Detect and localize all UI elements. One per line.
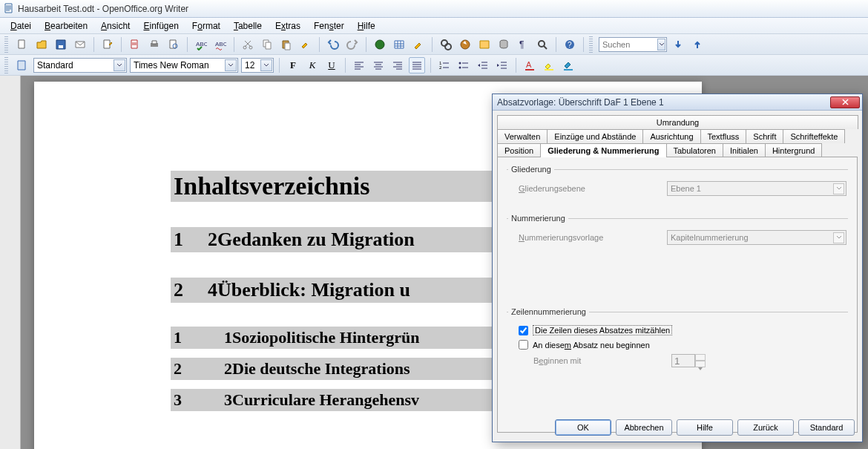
- search-input[interactable]: [599, 37, 667, 52]
- align-right-button[interactable]: [389, 57, 406, 73]
- menu-extras[interactable]: Extras: [269, 19, 306, 33]
- nummerierungsvorlage-label: Nummerierungsvorlage: [519, 233, 667, 242]
- save-button[interactable]: [53, 36, 69, 53]
- font-color-button[interactable]: A: [522, 57, 538, 73]
- tab-hintergrund[interactable]: Hintergrund: [765, 143, 822, 157]
- navigator-button[interactable]: [457, 36, 473, 53]
- toolbar-grip[interactable]: [4, 57, 8, 73]
- toolbar-grip[interactable]: [589, 36, 593, 53]
- menu-einfuegen[interactable]: Einfügen: [137, 19, 184, 33]
- open-button[interactable]: [33, 36, 50, 53]
- dialog-title: Absatzvorlage: Überschrift DaF 1 Ebene 1: [497, 97, 664, 108]
- help-button[interactable]: Hilfe: [677, 419, 733, 436]
- underline-button[interactable]: U: [323, 57, 340, 73]
- svg-rect-24: [480, 41, 489, 48]
- undo-button[interactable]: [325, 36, 341, 53]
- redo-button[interactable]: [344, 36, 361, 53]
- count-lines-checkbox[interactable]: [519, 326, 528, 335]
- paragraph-style-combo[interactable]: Standard: [33, 58, 127, 73]
- decrease-indent-button[interactable]: [475, 57, 491, 73]
- svg-rect-20: [395, 41, 404, 48]
- find-button[interactable]: [438, 36, 454, 53]
- menu-datei[interactable]: Datei: [4, 19, 37, 33]
- tab-schrifteffekte[interactable]: Schrifteffekte: [783, 129, 845, 143]
- close-button[interactable]: [830, 96, 860, 108]
- tab-ausrichtung[interactable]: Ausrichtung: [642, 129, 700, 143]
- menu-ansicht[interactable]: Ansicht: [95, 19, 136, 33]
- gallery-button[interactable]: [476, 36, 493, 53]
- background-color-button[interactable]: [560, 57, 576, 73]
- search-up-button[interactable]: [689, 36, 706, 53]
- increase-indent-button[interactable]: [494, 57, 510, 73]
- menu-format[interactable]: Format: [186, 19, 226, 33]
- search-down-button[interactable]: [670, 36, 686, 53]
- spinner-down[interactable]: [695, 361, 706, 367]
- menu-bearbeiten[interactable]: Bearbeiten: [39, 19, 93, 33]
- menu-tabelle[interactable]: Tabelle: [228, 19, 268, 33]
- chevron-down-icon[interactable]: [225, 59, 237, 71]
- format-paintbrush-button[interactable]: [297, 36, 314, 53]
- begin-with-spinner[interactable]: [671, 354, 706, 367]
- help-button[interactable]: ?: [562, 36, 578, 53]
- menu-fenster[interactable]: Fenster: [308, 19, 350, 33]
- chevron-down-icon[interactable]: [114, 59, 125, 71]
- show-draw-button[interactable]: [410, 36, 427, 53]
- print-preview-button[interactable]: [165, 36, 182, 53]
- spinner-up[interactable]: [695, 354, 706, 361]
- tab-gliederung-nummerierung[interactable]: Gliederung & Nummerierung: [540, 143, 666, 157]
- edit-doc-button[interactable]: [99, 36, 116, 53]
- svg-point-34: [459, 66, 461, 68]
- toolbar-grip[interactable]: [4, 36, 8, 53]
- styles-button[interactable]: [14, 57, 30, 73]
- align-justify-button[interactable]: [409, 57, 425, 73]
- print-button[interactable]: [146, 36, 162, 53]
- toolbar-formatting: Standard Times New Roman 12 F K U 12 A: [0, 55, 868, 76]
- group-nummerierung-legend: Nummerierung: [508, 214, 568, 223]
- chevron-down-icon[interactable]: [260, 59, 272, 71]
- highlight-button[interactable]: [541, 57, 557, 73]
- ok-button[interactable]: OK: [555, 419, 611, 436]
- align-center-button[interactable]: [370, 57, 387, 73]
- auto-spellcheck-button[interactable]: ABC: [212, 36, 228, 53]
- table-button[interactable]: [391, 36, 407, 53]
- svg-rect-18: [285, 43, 290, 50]
- count-lines-label: Die Zeilen dieses Absatzes mitzählen: [533, 325, 672, 335]
- tab-verwalten[interactable]: Verwalten: [497, 129, 548, 143]
- nonprinting-button[interactable]: ¶: [515, 36, 531, 53]
- tab-textfluss[interactable]: Textfluss: [700, 129, 747, 143]
- tab-tabulatoren[interactable]: Tabulatoren: [666, 143, 724, 157]
- export-pdf-button[interactable]: [127, 36, 143, 53]
- font-size-combo[interactable]: 12: [241, 58, 274, 73]
- align-left-button[interactable]: [351, 57, 367, 73]
- tab-umrandung[interactable]: Umrandung: [497, 115, 858, 129]
- paragraph-style-dialog: Absatzvorlage: Überschrift DaF 1 Ebene 1…: [492, 94, 863, 442]
- tab-einzuege[interactable]: Einzüge und Abstände: [547, 129, 643, 143]
- gliederungsebene-select[interactable]: Ebene 1: [667, 181, 846, 196]
- chevron-down-icon[interactable]: [657, 39, 665, 50]
- paste-button[interactable]: [278, 36, 295, 53]
- bold-button[interactable]: F: [285, 57, 301, 73]
- menu-hilfe[interactable]: Hilfe: [352, 19, 381, 33]
- email-button[interactable]: [72, 36, 88, 53]
- back-button[interactable]: Zurück: [737, 419, 794, 436]
- tab-initialen[interactable]: Initialen: [723, 143, 766, 157]
- nummerierungsvorlage-select[interactable]: Kapitelnummerierung: [667, 230, 846, 245]
- svg-point-27: [539, 41, 545, 47]
- svg-point-21: [441, 40, 447, 46]
- zoom-button[interactable]: [534, 36, 550, 53]
- cancel-button[interactable]: Abbrechen: [616, 419, 672, 436]
- restart-at-paragraph-checkbox[interactable]: [519, 340, 528, 350]
- cut-button[interactable]: [240, 36, 256, 53]
- italic-button[interactable]: K: [304, 57, 320, 73]
- tab-schrift[interactable]: Schrift: [746, 129, 783, 143]
- datasources-button[interactable]: [496, 36, 512, 53]
- hyperlink-button[interactable]: [372, 36, 388, 53]
- copy-button[interactable]: [259, 36, 275, 53]
- bullet-list-button[interactable]: [456, 57, 472, 73]
- spellcheck-button[interactable]: ABC: [193, 36, 209, 53]
- font-name-combo[interactable]: Times New Roman: [130, 58, 238, 73]
- tab-position[interactable]: Position: [497, 143, 541, 157]
- numbered-list-button[interactable]: 12: [436, 57, 453, 73]
- standard-button[interactable]: Standard: [798, 419, 855, 436]
- new-button[interactable]: [14, 36, 30, 53]
